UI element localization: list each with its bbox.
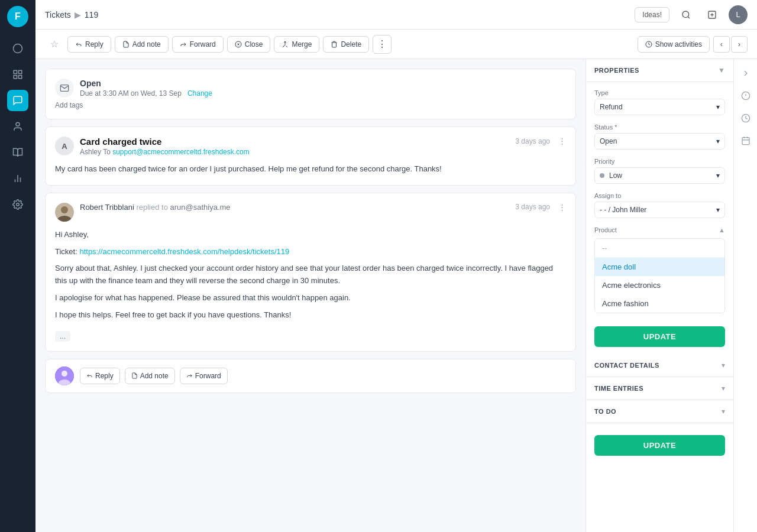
time-entries-header[interactable]: TIME ENTRIES ▾ <box>586 377 733 400</box>
merge-label: Merge <box>292 40 312 48</box>
ticket-panel: Open Due at 3:30 AM on Wed, 13 Sep Chang… <box>35 59 585 532</box>
properties-panel: PROPERTIES ▼ Type Refund ▾ Status * <box>585 59 733 532</box>
star-button[interactable]: ☆ <box>45 35 64 54</box>
reply-action-label: Reply <box>95 372 114 380</box>
priority-select[interactable]: Low ▾ <box>594 167 725 184</box>
calendar-icon[interactable] <box>737 132 754 149</box>
ticket-status-row: Open Due at 3:30 AM on Wed, 13 Sep Chang… <box>55 79 566 98</box>
svg-point-20 <box>61 206 68 213</box>
add-note-action-label: Add note <box>140 372 169 380</box>
properties-header[interactable]: PROPERTIES ▼ <box>586 59 733 82</box>
reply-avatar <box>55 366 74 385</box>
reply-button[interactable]: Reply <box>67 36 111 53</box>
properties-title: PROPERTIES <box>594 67 639 74</box>
type-field: Type Refund ▾ <box>594 89 725 115</box>
reply-actions: Reply Add note Forward <box>80 368 228 384</box>
status-badge: Open <box>80 79 212 88</box>
priority-field: Priority Low ▾ <box>594 158 725 184</box>
message-time-1: 3 days ago <box>515 137 550 145</box>
sidebar: F <box>0 0 35 532</box>
svg-rect-1 <box>14 70 17 73</box>
contact-details-chevron: ▾ <box>722 361 725 369</box>
forward-action-button[interactable]: Forward <box>180 368 228 384</box>
breadcrumb-separator: ▶ <box>75 10 81 20</box>
close-button[interactable]: Close <box>227 36 271 53</box>
message-to-email[interactable]: support@acmecommerceltd.freshdesk.com <box>112 148 250 156</box>
app-logo: F <box>7 6 28 27</box>
add-note-label: Add note <box>132 40 161 48</box>
delete-label: Delete <box>341 40 361 48</box>
dropdown-option-3[interactable]: Acme fashion <box>595 294 724 313</box>
expand-panel-icon[interactable] <box>737 65 754 82</box>
add-icon[interactable] <box>703 5 722 24</box>
ticket-status-info: Open Due at 3:30 AM on Wed, 13 Sep Chang… <box>80 79 212 98</box>
message-body-2: Hi Ashley, Ticket: https://acmecommercel… <box>55 229 566 322</box>
todo-header[interactable]: TO DO ▾ <box>586 400 733 423</box>
forward-button[interactable]: Forward <box>172 36 224 53</box>
info-icon[interactable] <box>737 87 754 104</box>
sidebar-icon-knowledge[interactable] <box>7 142 28 163</box>
timer-icon[interactable] <box>737 110 754 126</box>
merge-button[interactable]: Merge <box>274 36 319 53</box>
message-more-1[interactable]: ⋮ <box>558 137 566 145</box>
message-more-2[interactable]: ⋮ <box>558 203 566 212</box>
agent-avatar <box>55 203 74 222</box>
forward-label: Forward <box>190 40 216 48</box>
assign-select[interactable]: - - / John Miller ▾ <box>594 202 725 218</box>
update-button-2[interactable]: UPDATE <box>594 435 725 456</box>
more-button[interactable]: ⋮ <box>373 35 392 54</box>
reply-action-button[interactable]: Reply <box>80 368 120 384</box>
expand-button[interactable]: ... <box>55 331 70 342</box>
reply-label: Reply <box>85 40 103 48</box>
svg-rect-4 <box>19 76 22 79</box>
update-button-1[interactable]: UPDATE <box>594 326 725 347</box>
due-date: Due at 3:30 AM on Wed, 13 Sep Change <box>80 89 212 98</box>
action-bar: ☆ Reply Add note Forward Close Merge Del… <box>35 30 757 59</box>
product-label-row: Product ▲ <box>594 226 725 233</box>
message-avatar-1: A <box>55 137 74 155</box>
ticket-link[interactable]: https://acmecommerceltd.freshdesk.com/he… <box>79 247 289 256</box>
svg-point-9 <box>17 203 20 206</box>
status-value: Open <box>600 137 617 145</box>
svg-point-5 <box>16 122 20 126</box>
add-tags[interactable]: Add tags <box>55 101 566 109</box>
next-ticket-button[interactable]: › <box>731 36 748 53</box>
add-note-action-button[interactable]: Add note <box>125 368 175 384</box>
ticket-header-card: Open Due at 3:30 AM on Wed, 13 Sep Chang… <box>45 69 576 119</box>
show-activities-label: Show activities <box>655 40 702 48</box>
status-label: Status * <box>594 124 725 131</box>
sidebar-icon-tickets[interactable] <box>7 90 28 111</box>
sidebar-icon-settings[interactable] <box>7 194 28 215</box>
dropdown-option-2[interactable]: Acme electronics <box>595 276 724 294</box>
contact-details-header[interactable]: CONTACT DETAILS ▾ <box>586 354 733 377</box>
dropdown-separator[interactable]: -- <box>595 239 724 258</box>
prev-ticket-button[interactable]: ‹ <box>713 36 730 53</box>
type-chevron: ▾ <box>716 103 720 111</box>
svg-point-10 <box>682 11 689 18</box>
sidebar-icon-contacts[interactable] <box>7 116 28 137</box>
properties-chevron: ▼ <box>718 66 725 74</box>
sidebar-icon-dashboard[interactable] <box>7 64 28 85</box>
message-body-1: My card has been charged twice for an or… <box>55 163 566 176</box>
change-link[interactable]: Change <box>187 89 212 98</box>
status-select[interactable]: Open ▾ <box>594 133 725 150</box>
dropdown-option-1[interactable]: Acme doll <box>595 258 724 276</box>
message-header-1: A Card charged twice Ashley To support@a… <box>55 137 566 156</box>
user-avatar[interactable]: L <box>729 5 748 24</box>
type-select[interactable]: Refund ▾ <box>594 99 725 115</box>
message-header-2: Robert Tribblani replied to arun@sathiya… <box>55 203 566 222</box>
far-right-panel <box>733 59 757 532</box>
sidebar-icon-home[interactable] <box>7 38 28 59</box>
product-dropdown[interactable]: -- Acme doll Acme electronics Acme fashi… <box>594 238 725 313</box>
svg-point-23 <box>62 371 67 377</box>
ideas-button[interactable]: Ideas! <box>635 7 669 22</box>
show-activities-button[interactable]: Show activities <box>638 36 710 53</box>
status-chevron: ▾ <box>716 137 720 145</box>
top-nav-right: Ideas! L <box>635 5 748 24</box>
sidebar-icon-reports[interactable] <box>7 168 28 189</box>
add-note-button[interactable]: Add note <box>115 36 169 53</box>
priority-value: Low <box>609 171 622 180</box>
breadcrumb-tickets[interactable]: Tickets <box>45 10 71 20</box>
search-icon[interactable] <box>677 5 695 24</box>
delete-button[interactable]: Delete <box>323 36 369 53</box>
